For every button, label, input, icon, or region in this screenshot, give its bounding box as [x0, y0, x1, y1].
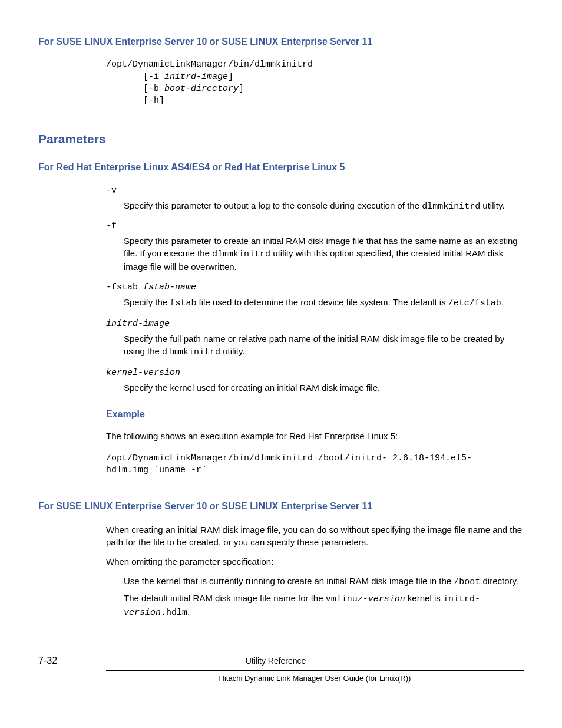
option-term-f: -f — [106, 220, 524, 232]
heading-example: Example — [106, 408, 524, 421]
text: The default initial RAM disk image file … — [124, 593, 326, 603]
code-line-post: ] — [228, 72, 233, 82]
inline-code: .hdlm — [161, 608, 187, 618]
text: kernel is — [405, 593, 443, 603]
option-arg: fstab-name — [143, 282, 196, 292]
text: Use the kernel that is currently running… — [124, 576, 454, 586]
option-term-initrd: initrd-image — [106, 317, 524, 330]
text: file used to determine the root device f… — [196, 297, 448, 307]
code-arg: boot-directory — [164, 84, 239, 94]
code-line: /opt/DynamicLinkManager/bin/dlmmkinitrd … — [106, 453, 524, 465]
code-line-post: ] — [239, 84, 244, 94]
footer-subtitle: Hitachi Dynamic Link Manager User Guide … — [106, 673, 524, 684]
inline-code-ital: version — [124, 608, 161, 618]
text: . — [187, 607, 190, 617]
heading-suse-1: For SUSE LINUX Enterprise Server 10 or S… — [38, 35, 524, 48]
inline-code: fstab — [170, 298, 196, 308]
option-desc-fstab: Specify the fstab file used to determine… — [124, 296, 524, 309]
text: . — [501, 297, 504, 307]
text: utility. — [480, 200, 504, 210]
text: directory. — [480, 576, 518, 586]
code-line-pre: [-i — [106, 72, 164, 82]
inline-code-ital: version — [368, 594, 405, 604]
inline-code: initrd- — [443, 594, 480, 604]
example-intro: The following shows an execution example… — [106, 430, 524, 442]
option-desc-initrd: Specify the full path name or relative p… — [124, 332, 524, 358]
code-line-pre: [-b — [106, 84, 164, 94]
option-term-v: -v — [106, 185, 524, 197]
inline-code: vmlinuz- — [326, 594, 368, 604]
option-arg: kernel-version — [106, 368, 180, 378]
page-footer: 7-32 Utility Reference Hitachi Dynamic L… — [38, 654, 524, 684]
code-block-syntax: /opt/DynamicLinkManager/bin/dlmmkinitrd … — [106, 59, 524, 107]
heading-parameters: Parameters — [38, 130, 524, 147]
inline-code: dlmmkinitrd — [162, 347, 220, 357]
option-desc-f: Specify this parameter to create an init… — [124, 235, 524, 273]
code-line: [-h] — [106, 95, 164, 106]
option-flag: -fstab — [106, 282, 143, 292]
heading-suse-2: For SUSE LINUX Enterprise Server 10 or S… — [38, 500, 524, 513]
code-arg: initrd-image — [164, 72, 228, 82]
inline-code: dlmmkinitrd — [422, 202, 480, 212]
inline-code: /boot — [454, 577, 480, 587]
inline-code: /etc/fstab — [448, 298, 501, 308]
option-desc-kernel: Specify the kernel used for creating an … — [124, 381, 524, 394]
code-line: /opt/DynamicLinkManager/bin/dlmmkinitrd — [106, 60, 313, 70]
text: Specify this parameter to output a log t… — [124, 200, 422, 210]
paragraph: Use the kernel that is currently running… — [124, 575, 524, 588]
code-line: hdlm.img `uname -r` — [106, 465, 524, 476]
option-term-fstab: -fstab fstab-name — [106, 280, 524, 294]
option-term-kernel: kernel-version — [106, 365, 524, 379]
option-desc-v: Specify this parameter to output a log t… — [124, 199, 524, 213]
inline-code: dlmmkinitrd — [212, 249, 270, 259]
text: utility. — [220, 346, 244, 356]
footer-title: Utility Reference — [57, 655, 494, 667]
paragraph: When omitting the parameter specificatio… — [106, 555, 524, 568]
heading-redhat: For Red Hat Enterprise Linux AS4/ES4 or … — [38, 161, 524, 174]
footer-divider — [106, 670, 524, 671]
paragraph: When creating an initial RAM disk image … — [106, 523, 524, 548]
text: Specify the — [124, 297, 170, 307]
example-code-block: /opt/DynamicLinkManager/bin/dlmmkinitrd … — [106, 453, 524, 477]
option-arg: initrd-image — [106, 319, 170, 329]
page-number: 7-32 — [38, 654, 57, 667]
paragraph: The default initial RAM disk image file … — [124, 592, 524, 619]
